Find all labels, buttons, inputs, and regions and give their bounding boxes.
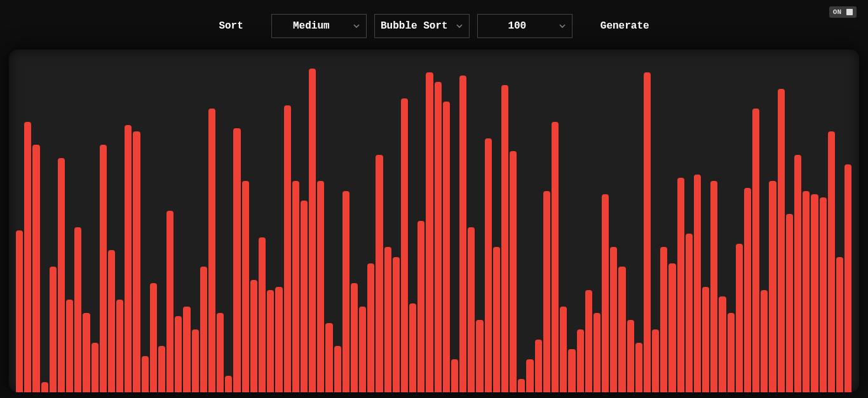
bar [309,69,316,392]
bar [32,145,39,392]
bar [50,267,57,392]
bar [292,181,299,392]
bar [150,283,157,392]
bar [92,343,98,392]
bar [192,329,199,392]
bar [744,188,751,392]
bar [108,250,115,392]
bar [660,247,667,392]
bar [133,131,140,392]
bar [426,72,433,392]
bar [694,175,701,392]
bar [710,181,717,392]
bar [761,290,768,392]
bar [376,155,383,392]
bar [200,267,207,392]
bar [769,181,776,392]
bar [602,194,609,392]
algorithm-select[interactable]: Bubble Sort [374,14,470,38]
bar [250,280,257,392]
toggle-knob [846,9,853,15]
speed-select-value: Medium [272,20,351,32]
bar [359,307,366,392]
bar [778,89,785,392]
bar [476,320,483,392]
bar [719,296,726,392]
bar [334,346,341,392]
bar [342,191,349,392]
sound-toggle[interactable]: ON [829,6,857,18]
chevron-down-icon [557,24,568,28]
chevron-down-icon [454,24,465,28]
bar [510,151,517,392]
bar [820,197,827,392]
bar [618,267,625,392]
generate-button[interactable]: Generate [580,14,670,38]
bar [844,164,851,392]
bar [217,313,224,392]
bar [183,307,190,392]
bar [752,109,759,392]
bar [677,178,684,392]
toolbar: Sort Medium Bubble Sort 100 Generate [0,0,868,44]
bar [208,109,215,392]
bar-stage [9,50,859,392]
bar [585,290,592,392]
bar [417,221,424,392]
bar [367,263,374,392]
bar [242,181,249,392]
bar [828,131,835,392]
toggle-label: ON [833,8,841,16]
bar [501,85,508,392]
bar [41,382,48,392]
bar [175,316,182,392]
bar [24,122,31,392]
speed-select[interactable]: Medium [271,14,367,38]
bar [593,313,600,392]
bar [393,257,400,392]
algorithm-select-value: Bubble Sort [375,20,454,32]
bar [686,234,693,392]
bar [728,313,735,392]
bar [301,201,308,392]
bar [384,247,391,392]
bar [468,227,475,392]
bar [535,340,542,392]
bar [267,290,274,392]
bar [409,303,416,392]
bar [459,76,466,392]
bar [58,158,65,392]
bar [284,105,291,392]
bar [668,263,675,392]
bar [83,313,90,392]
bar [100,145,107,392]
bar [543,191,550,392]
bar [275,287,282,392]
bar [644,72,651,392]
bar [518,379,525,392]
bar [493,247,500,392]
count-select-value: 100 [478,20,557,32]
bar [794,155,801,392]
bar [125,125,132,392]
bar [233,128,240,392]
bar [317,181,324,392]
bar [836,257,843,392]
bar [736,244,743,392]
bar [351,283,358,392]
sort-button[interactable]: Sort [198,14,263,38]
bar [568,349,575,392]
bar [325,323,332,392]
bar [577,329,584,392]
bar [702,287,709,392]
bar [401,98,408,392]
bar [485,138,492,392]
count-select[interactable]: 100 [477,14,573,38]
bar [16,230,23,392]
bar [435,82,442,392]
bar [635,343,642,392]
bar [811,194,818,392]
bar [560,307,567,392]
bar [116,300,123,392]
bar [610,247,617,392]
